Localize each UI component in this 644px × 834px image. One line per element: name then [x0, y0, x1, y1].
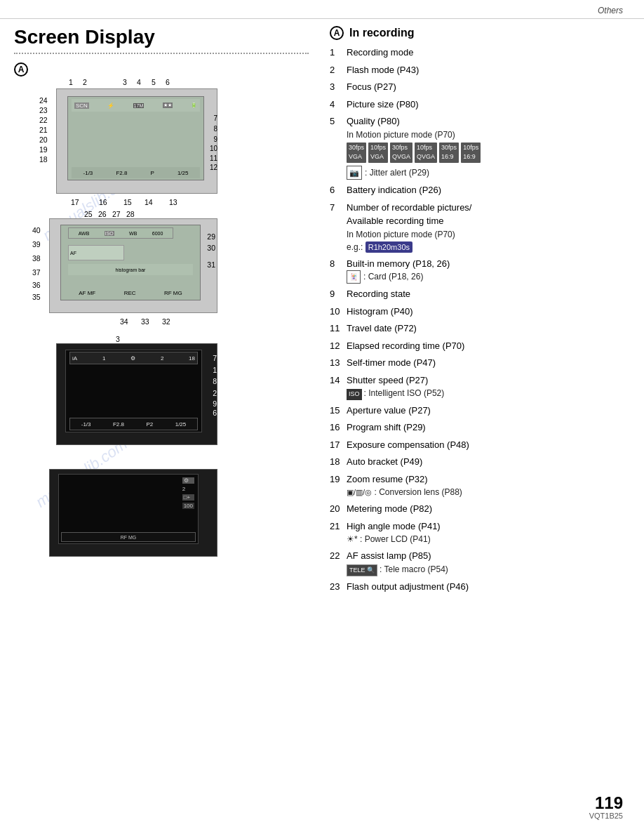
- list-item: 2 Flash mode (P43): [330, 63, 630, 77]
- jitter-icon: 📷: [347, 166, 362, 180]
- item-text: Quality (P80): [347, 114, 630, 128]
- item-number: 16: [330, 421, 347, 435]
- item-number: 20: [330, 502, 347, 516]
- left-column: Screen Display manualslib.com manualslib…: [14, 26, 309, 597]
- item-number: 13: [330, 356, 347, 370]
- jitter-alert-row: 📷: Jitter alert (P29): [347, 166, 630, 180]
- list-item: 3 Focus (P27): [330, 80, 630, 94]
- q-icon: 10fps16:9: [461, 143, 481, 163]
- items-list: 1 Recording mode 2 Flash mode (P43) 3 Fo…: [330, 46, 630, 594]
- item-text: Focus (P27): [347, 80, 630, 94]
- item-number: 23: [330, 580, 347, 594]
- item-subtext: ☀* : Power LCD (P41): [347, 533, 630, 545]
- list-item: 10 Histogram (P40): [330, 305, 630, 319]
- list-item: 23 Flash output adjustment (P46): [330, 580, 630, 594]
- section-title: In recording: [349, 27, 414, 39]
- item-text: Auto bracket (P49): [347, 455, 630, 469]
- diagram-2: 25 26 27 28 AWBISOWB6000 29 30: [14, 210, 309, 322]
- item-number: 7: [330, 201, 347, 228]
- q-icon: 30fpsQVGA: [390, 143, 412, 163]
- item-text: Self-timer mode (P47): [347, 356, 630, 370]
- item-number: 4: [330, 98, 347, 112]
- list-item: 9 Recording state: [330, 287, 630, 301]
- card-icon: 🃏: [347, 270, 361, 284]
- item-number: 15: [330, 404, 347, 418]
- item-number: 3: [330, 80, 347, 94]
- highlight-example: R1h20m30s: [365, 241, 412, 253]
- item-number: 8: [330, 257, 347, 271]
- item-number: 18: [330, 455, 347, 469]
- q-icon: 10fpsVGA: [368, 143, 388, 163]
- tele-icon: TELE 🔍: [347, 564, 377, 577]
- q-icon: 30fps16:9: [439, 143, 459, 163]
- item-number: 6: [330, 183, 347, 197]
- item-text: Shutter speed (P27): [347, 373, 630, 388]
- list-item: 11 Travel date (P72): [330, 322, 630, 336]
- item-text: Aperture value (P27): [347, 404, 630, 418]
- item-text: Number of recordable pictures/Available …: [347, 201, 630, 228]
- quality-icons-row: 30fpsVGA 10fpsVGA 30fpsQVGA 10fpsQVGA 30…: [347, 143, 630, 163]
- item-number: 21: [330, 519, 347, 534]
- diagram-1: 1 2 3 4 5 6 SCN ⚡ 17M: [14, 78, 309, 197]
- item-text: Recording mode: [347, 46, 630, 60]
- page-header: Others: [0, 0, 644, 19]
- item-subtext: In Motion picture mode (P70) 30fpsVGA 10…: [347, 128, 630, 180]
- list-item: 20 Metering mode (P82): [330, 502, 630, 516]
- list-item: 16 Program shift (P29): [330, 421, 630, 435]
- page-number: 119: [589, 795, 623, 812]
- item-subtext: TELE 🔍: Tele macro (P54): [347, 563, 630, 577]
- item-text: Built-in memory (P18, 26): [347, 257, 630, 271]
- circle-a-label: A: [14, 62, 28, 77]
- list-item: 8 Built-in memory (P18, 26) 🃏: Card (P18…: [330, 257, 630, 284]
- page-code: VQT1B25: [589, 812, 623, 820]
- iso-icon: ISO: [347, 389, 362, 400]
- item-text: Metering mode (P82): [347, 502, 630, 516]
- item-number: 12: [330, 339, 347, 353]
- item-number: 19: [330, 472, 347, 486]
- list-item: 18 Auto bracket (P49): [330, 455, 630, 469]
- item-number: 17: [330, 438, 347, 452]
- item-text: Recording state: [347, 287, 630, 301]
- item-text: Elapsed recording time (P70): [347, 339, 630, 353]
- list-item: 12 Elapsed recording time (P70): [330, 339, 630, 353]
- item-number: 9: [330, 287, 347, 301]
- item-subtext: In Motion picture mode (P70) e.g.: R1h20…: [347, 228, 630, 253]
- item-text: Program shift (P29): [347, 421, 630, 435]
- list-item: 13 Self-timer mode (P47): [330, 356, 630, 370]
- item-text: Picture size (P80): [347, 98, 630, 112]
- q-icon: 30fpsVGA: [347, 143, 366, 163]
- item-subtext: ▣/▥/◎ : Conversion lens (P88): [347, 486, 630, 498]
- item-number: 11: [330, 322, 347, 336]
- item-number: 14: [330, 373, 347, 388]
- list-item: 4 Picture size (P80): [330, 98, 630, 112]
- item-text: Zoom resume (P32): [347, 472, 630, 486]
- list-item: 21 High angle mode (P41) ☀* : Power LCD …: [330, 519, 630, 546]
- section-circle: A: [330, 26, 344, 40]
- item-text: AF assist lamp (P85): [347, 549, 630, 563]
- power-lcd-icon: ☀*: [347, 534, 358, 544]
- list-item: 14 Shutter speed (P27) ISO: Intelligent …: [330, 373, 630, 400]
- item-text: Flash output adjustment (P46): [347, 580, 630, 594]
- list-item: 7 Number of recordable pictures/Availabl…: [330, 201, 630, 253]
- conversion-lens-icons: ▣/▥/◎: [347, 488, 372, 496]
- section-header: A In recording: [330, 26, 630, 40]
- item-text: Exposure compensation (P48): [347, 438, 630, 452]
- item-text: High angle mode (P41): [347, 519, 630, 534]
- item-number: 22: [330, 549, 347, 563]
- diagram-3: 3 iA 1 ⚙ 2 18: [14, 335, 309, 451]
- item-text: Histogram (P40): [347, 305, 630, 319]
- right-column: A In recording 1 Recording mode 2 Flash …: [323, 26, 630, 597]
- list-item: 19 Zoom resume (P32) ▣/▥/◎ : Conversion …: [330, 472, 630, 499]
- item-number: 2: [330, 63, 347, 77]
- item-number: 1: [330, 46, 347, 60]
- item-subtext: 🃏: Card (P18, 26): [347, 270, 630, 284]
- item-subtext: ISO: Intelligent ISO (P52): [347, 387, 630, 400]
- diagram-4: ⚙ 2 □+ 100 RF MG 39 38: [14, 463, 309, 569]
- page-footer: 119 VQT1B25: [589, 795, 623, 820]
- list-item: 17 Exposure compensation (P48): [330, 438, 630, 452]
- list-item: 5 Quality (P80) In Motion picture mode (…: [330, 114, 630, 180]
- item-text: Flash mode (P43): [347, 63, 630, 77]
- list-item: 1 Recording mode: [330, 46, 630, 60]
- list-item: 15 Aperture value (P27): [330, 404, 630, 418]
- item-number: 10: [330, 305, 347, 319]
